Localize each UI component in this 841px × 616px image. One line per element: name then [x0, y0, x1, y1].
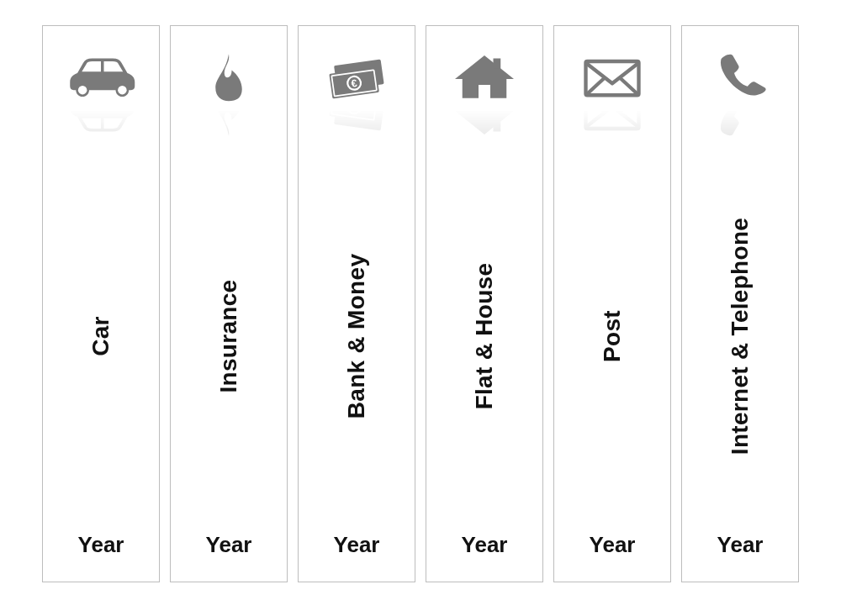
spine-bank-money: Bank & Money Year	[298, 25, 415, 582]
envelope-icon	[570, 50, 654, 108]
spine-title: Flat & House	[411, 140, 558, 532]
spine-insurance: Insurance Year	[170, 25, 288, 582]
spine-title-text: Car	[87, 316, 114, 356]
icon-wrap	[171, 50, 287, 140]
icon-wrap	[426, 50, 542, 140]
icon-wrap	[43, 50, 159, 140]
spine-title: Car	[81, 140, 121, 532]
spine-year: Year	[206, 532, 252, 558]
spine-internet-telephone: Internet & Telephone Year	[681, 25, 799, 582]
icon-wrap	[682, 50, 798, 140]
spine-flat-house: Flat & House Year	[426, 25, 543, 582]
binder-spine-sheet: Car Year Insurance Year Bank	[0, 0, 841, 616]
spine-title-text: Insurance	[215, 280, 242, 393]
spine-title: Internet & Telephone	[621, 140, 841, 532]
spine-year: Year	[590, 532, 636, 558]
car-icon	[59, 50, 143, 108]
spine-title-text: Internet & Telephone	[727, 218, 754, 455]
flame-icon-reflection	[187, 110, 271, 140]
house-icon-reflection	[442, 110, 526, 140]
spine-year: Year	[334, 532, 380, 558]
icon-wrap	[554, 50, 670, 140]
spine-year: Year	[78, 532, 124, 558]
spine-year: Year	[717, 532, 764, 558]
money-icon-reflection	[315, 110, 399, 140]
money-icon	[315, 50, 399, 108]
spine-title-text: Post	[599, 310, 626, 362]
icon-wrap	[299, 50, 415, 140]
spine-title: Insurance	[172, 140, 286, 532]
phone-icon-reflection	[698, 110, 782, 140]
envelope-icon-reflection	[570, 110, 654, 140]
flame-icon	[187, 50, 271, 108]
house-icon	[442, 50, 526, 108]
phone-icon	[698, 50, 782, 108]
spine-car: Car Year	[42, 25, 160, 582]
spine-year: Year	[462, 532, 508, 558]
spine-title-text: Flat & House	[471, 263, 498, 410]
spine-title-text: Bank & Money	[343, 254, 370, 419]
car-icon-reflection	[59, 110, 143, 140]
